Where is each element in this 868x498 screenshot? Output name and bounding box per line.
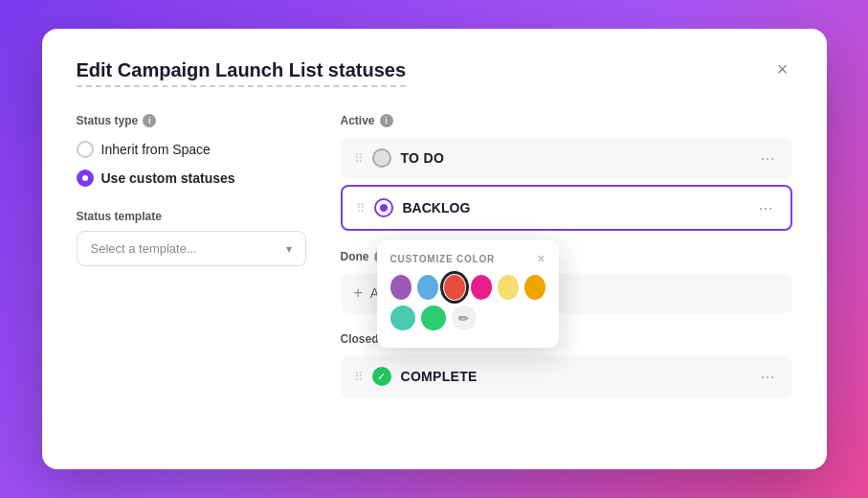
- swatch-purple[interactable]: [390, 275, 412, 300]
- active-info-icon[interactable]: i: [380, 114, 393, 127]
- swatch-orange[interactable]: [524, 275, 545, 300]
- swatch-pink[interactable]: [471, 275, 492, 300]
- section-active: Active i ⠿ TO DO ··· ⠿ ···: [341, 114, 792, 231]
- swatch-teal[interactable]: [390, 306, 415, 330]
- more-button-backlog[interactable]: ···: [754, 199, 776, 216]
- color-row-1: [390, 275, 545, 300]
- color-row-2: ✏: [390, 306, 545, 330]
- template-select[interactable]: Select a template... ▾: [77, 231, 306, 266]
- swatch-yellow[interactable]: [498, 275, 519, 300]
- drag-handle-backlog[interactable]: ⠿: [356, 201, 365, 215]
- status-dot-todo[interactable]: [372, 148, 391, 168]
- color-picker-title: CUSTOMIZE COLOR: [390, 254, 496, 264]
- modal-title: Edit Campaign Launch List statuses: [77, 59, 407, 81]
- left-panel: Status type i Inherit from Space Use cus…: [77, 114, 306, 417]
- status-name-input-backlog[interactable]: [403, 200, 746, 215]
- status-template-label: Status template: [77, 210, 306, 223]
- modal-title-block: Edit Campaign Launch List statuses: [77, 59, 407, 87]
- template-placeholder: Select a template...: [91, 241, 197, 256]
- drag-handle-todo[interactable]: ⠿: [354, 151, 363, 166]
- right-panel: Active i ⠿ TO DO ··· ⠿ ···: [341, 114, 792, 417]
- color-picker-header: CUSTOMIZE COLOR ×: [390, 252, 545, 265]
- swatch-red[interactable]: [444, 275, 465, 300]
- radio-custom[interactable]: Use custom statuses: [77, 170, 306, 187]
- radio-group: Inherit from Space Use custom statuses: [77, 141, 306, 187]
- chevron-down-icon: ▾: [286, 242, 292, 256]
- title-underline: [77, 85, 407, 87]
- section-active-header: Active i: [341, 114, 792, 127]
- status-type-label: Status type i: [77, 114, 306, 127]
- more-button-complete[interactable]: ···: [756, 368, 778, 385]
- color-picker-popup: CUSTOMIZE COLOR ×: [377, 240, 559, 348]
- radio-custom-circle: [77, 170, 94, 187]
- status-type-info-icon[interactable]: i: [143, 114, 156, 127]
- status-name-todo: TO DO: [401, 150, 747, 166]
- eyedropper-button[interactable]: ✏: [452, 306, 477, 330]
- close-button[interactable]: ×: [773, 59, 792, 79]
- status-name-complete: COMPLETE: [401, 369, 747, 384]
- swatch-green[interactable]: [421, 306, 446, 330]
- eyedropper-icon: ✏: [458, 311, 469, 326]
- radio-inherit[interactable]: Inherit from Space: [77, 141, 306, 158]
- status-dot-complete[interactable]: ✓: [372, 367, 391, 386]
- section-closed-label: Closed: [341, 332, 379, 346]
- status-row-todo: ⠿ TO DO ···: [341, 137, 792, 179]
- edit-statuses-modal: Edit Campaign Launch List statuses × Sta…: [42, 29, 827, 469]
- color-picker-close-button[interactable]: ×: [537, 252, 545, 265]
- drag-handle-complete[interactable]: ⠿: [354, 370, 363, 384]
- more-button-todo[interactable]: ···: [756, 149, 778, 167]
- status-name-backlog[interactable]: [403, 200, 746, 215]
- modal-header: Edit Campaign Launch List statuses ×: [77, 59, 792, 87]
- section-done-label: Done: [341, 250, 369, 263]
- status-row-backlog: ⠿ ··· CUSTOMIZE COLOR ×: [341, 185, 792, 231]
- radio-inherit-circle: [77, 141, 94, 158]
- radio-inherit-label: Inherit from Space: [101, 142, 211, 157]
- radio-custom-label: Use custom statuses: [101, 170, 235, 186]
- add-status-icon: +: [354, 284, 363, 302]
- status-row-complete: ⠿ ✓ COMPLETE ···: [341, 355, 792, 397]
- swatch-blue[interactable]: [417, 275, 438, 300]
- status-dot-backlog[interactable]: [374, 198, 393, 217]
- modal-body: Status type i Inherit from Space Use cus…: [77, 114, 792, 417]
- section-active-label: Active: [341, 114, 375, 127]
